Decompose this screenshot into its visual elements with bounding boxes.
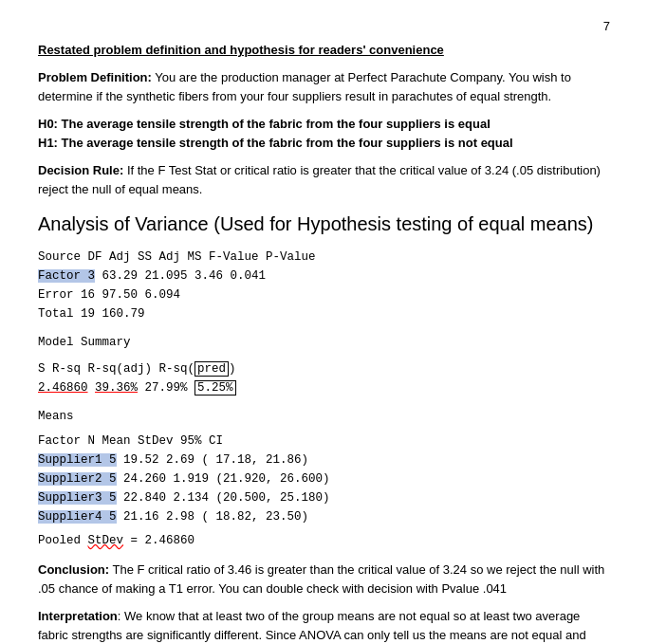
model-summary-table: S R-sq R-sq(adj) R-sq(pred) 2.46860 39.3… bbox=[38, 359, 610, 397]
means-section: Means Factor N Mean StDev 95% CI Supplie… bbox=[38, 407, 610, 526]
decision-rule: Decision Rule: If the F Test Stat or cri… bbox=[38, 161, 610, 198]
conclusion-text: The F critical ratio of 3.46 is greater … bbox=[38, 562, 604, 596]
h1: H1: The average tensile strength of the … bbox=[38, 134, 610, 153]
model-s-values: 2.46860 39.36% 27.99% 5.25% bbox=[38, 378, 610, 397]
anova-header: Source DF Adj SS Adj MS F-Value P-Value bbox=[38, 248, 610, 267]
problem-def-label: Problem Definition: bbox=[38, 70, 152, 84]
model-summary-label: Model Summary bbox=[38, 333, 610, 352]
model-s-header: S R-sq R-sq(adj) R-sq(pred) bbox=[38, 359, 610, 378]
means-label: Means bbox=[38, 407, 610, 426]
problem-definition: Problem Definition: You are the producti… bbox=[38, 68, 610, 105]
means-header: Factor N Mean StDev 95% CI bbox=[38, 432, 610, 451]
means-row-4: Supplier4 5 21.16 2.98 ( 18.82, 23.50) bbox=[38, 507, 610, 526]
page-number: 7 bbox=[38, 19, 610, 33]
anova-total-row: Total 19 160.79 bbox=[38, 304, 610, 323]
means-row-1: Supplier1 5 19.52 2.69 ( 17.18, 21.86) bbox=[38, 451, 610, 469]
h0: H0: The average tensile strength of the … bbox=[38, 115, 610, 134]
conclusion-label: Conclusion: bbox=[38, 562, 109, 577]
section-title: Restated problem definition and hypothes… bbox=[38, 43, 610, 57]
anova-error-row: Error 16 97.50 6.094 bbox=[38, 285, 610, 304]
anova-table: Source DF Adj SS Adj MS F-Value P-Value … bbox=[38, 248, 610, 323]
analysis-heading: Analysis of Variance (Used for Hypothesi… bbox=[38, 212, 610, 236]
hypothesis-block: H0: The average tensile strength of the … bbox=[38, 115, 610, 152]
means-row-2: Supplier2 5 24.260 1.919 (21.920, 26.600… bbox=[38, 469, 610, 488]
interpretation-text: : We know that at least two of the group… bbox=[38, 609, 586, 644]
means-row-3: Supplier3 5 22.840 2.134 (20.500, 25.180… bbox=[38, 488, 610, 507]
interpretation-section: Interpretation: We know that at least tw… bbox=[38, 607, 610, 644]
pooled-stdev: Pooled StDev = 2.46860 bbox=[38, 534, 610, 547]
decision-rule-label: Decision Rule: bbox=[38, 163, 123, 177]
anova-factor-row: Factor 3 63.29 21.095 3.46 0.041 bbox=[38, 267, 610, 285]
interpretation-label: Interpretation bbox=[38, 609, 118, 623]
conclusion-section: Conclusion: The F critical ratio of 3.46… bbox=[38, 561, 610, 598]
